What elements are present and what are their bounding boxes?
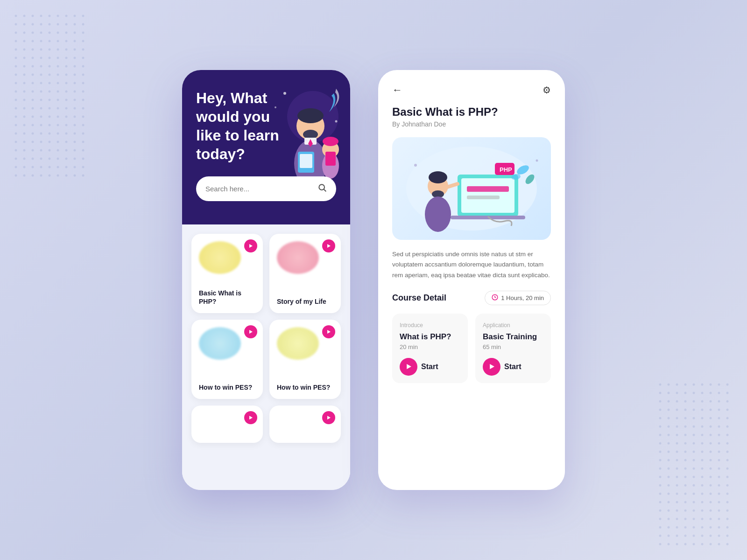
- svg-point-44: [414, 164, 417, 167]
- course-description: Sed ut perspiciatis unde omnis iste natu…: [392, 249, 551, 280]
- course-card-3[interactable]: How to win PES?: [191, 320, 263, 399]
- play-button-6[interactable]: [322, 411, 335, 424]
- svg-marker-22: [249, 244, 253, 248]
- play-circle-1: [400, 358, 417, 376]
- right-phone: ← ⚙ Basic What is PHP? By Johnathan Doe: [378, 70, 565, 490]
- module-type-2: Application: [483, 322, 543, 329]
- svg-point-14: [323, 137, 338, 146]
- svg-point-35: [429, 171, 447, 183]
- left-phone: Hey, What would you like to learn today?: [182, 70, 350, 490]
- play-button-3[interactable]: [244, 325, 257, 338]
- svg-point-45: [536, 160, 538, 162]
- blob-blue-1: [199, 327, 241, 360]
- svg-rect-32: [467, 196, 500, 199]
- svg-marker-25: [327, 330, 331, 334]
- search-icon: [317, 183, 327, 195]
- course-card-2[interactable]: Story of my Life: [269, 234, 341, 313]
- svg-rect-3: [658, 383, 733, 546]
- course-card-1[interactable]: Basic What is PHP?: [191, 234, 263, 313]
- play-button-5[interactable]: [244, 411, 257, 424]
- card-title-1: Basic What is PHP?: [199, 289, 255, 306]
- play-circle-2: [483, 358, 500, 376]
- play-button-2[interactable]: [322, 239, 335, 252]
- course-detail-label: Course Detail: [392, 293, 446, 303]
- course-card-4[interactable]: How to win PES?: [269, 320, 341, 399]
- card-title-4: How to win PES?: [277, 383, 333, 392]
- left-phone-header: Hey, What would you like to learn today?: [182, 70, 350, 224]
- course-detail-header: Course Detail 1 Hours, 20 min: [392, 291, 551, 305]
- left-phone-content: Basic What is PHP? Story of my Life: [182, 224, 350, 490]
- svg-point-20: [319, 184, 324, 190]
- courses-grid: Basic What is PHP? Story of my Life: [191, 234, 341, 399]
- duration-text: 1 Hours, 20 min: [501, 294, 544, 301]
- start-label-2: Start: [504, 363, 521, 371]
- blob-yellow-1: [199, 241, 241, 274]
- play-button-4[interactable]: [322, 325, 335, 338]
- svg-rect-12: [300, 154, 312, 168]
- module-duration-1: 20 min: [400, 343, 460, 350]
- blob-yellow-2: [277, 327, 319, 360]
- partial-card-1: [191, 406, 263, 443]
- gear-icon[interactable]: ⚙: [543, 84, 551, 96]
- right-phone-header: ← ⚙: [392, 84, 551, 96]
- left-phone-heading: Hey, What would you like to learn today?: [196, 89, 285, 163]
- module-duration-2: 65 min: [483, 343, 543, 350]
- svg-rect-16: [325, 152, 336, 166]
- svg-text:PHP: PHP: [500, 166, 512, 173]
- start-button-2[interactable]: Start: [483, 358, 543, 376]
- card-title-2: Story of my Life: [277, 297, 333, 306]
- blob-pink-1: [277, 241, 319, 274]
- clock-icon: [492, 294, 498, 302]
- svg-point-7: [297, 108, 324, 123]
- back-button[interactable]: ←: [392, 84, 402, 96]
- svg-marker-26: [249, 416, 253, 420]
- course-author: By Johnathan Doe: [392, 120, 551, 128]
- partial-card-2: [269, 406, 341, 443]
- module-type-1: Introduce: [400, 322, 460, 329]
- svg-marker-24: [249, 330, 253, 334]
- svg-marker-48: [490, 364, 494, 369]
- course-title: Basic What is PHP?: [392, 105, 551, 119]
- svg-point-19: [335, 120, 338, 123]
- phones-container: Hey, What would you like to learn today?: [182, 70, 565, 490]
- svg-marker-23: [327, 244, 331, 248]
- duration-badge: 1 Hours, 20 min: [485, 291, 551, 305]
- bottom-partial-cards: [191, 406, 341, 443]
- search-input[interactable]: [205, 185, 317, 193]
- svg-rect-1: [14, 14, 89, 177]
- search-bar[interactable]: [196, 176, 336, 201]
- modules-grid: Introduce What is PHP? 20 min Start Appl…: [392, 314, 551, 383]
- course-illustration: PHP: [392, 137, 551, 240]
- start-button-1[interactable]: Start: [400, 358, 460, 376]
- card-title-3: How to win PES?: [199, 383, 255, 392]
- module-name-2: Basic Training: [483, 332, 543, 342]
- module-card-1: Introduce What is PHP? 20 min Start: [392, 314, 468, 383]
- start-label-1: Start: [421, 363, 438, 371]
- module-card-2: Application Basic Training 65 min Start: [475, 314, 551, 383]
- svg-point-37: [425, 196, 451, 232]
- svg-rect-31: [467, 186, 509, 192]
- svg-marker-47: [407, 364, 411, 369]
- svg-marker-27: [327, 416, 331, 420]
- module-name-1: What is PHP?: [400, 332, 460, 342]
- play-button-1[interactable]: [244, 239, 257, 252]
- svg-line-21: [324, 189, 326, 192]
